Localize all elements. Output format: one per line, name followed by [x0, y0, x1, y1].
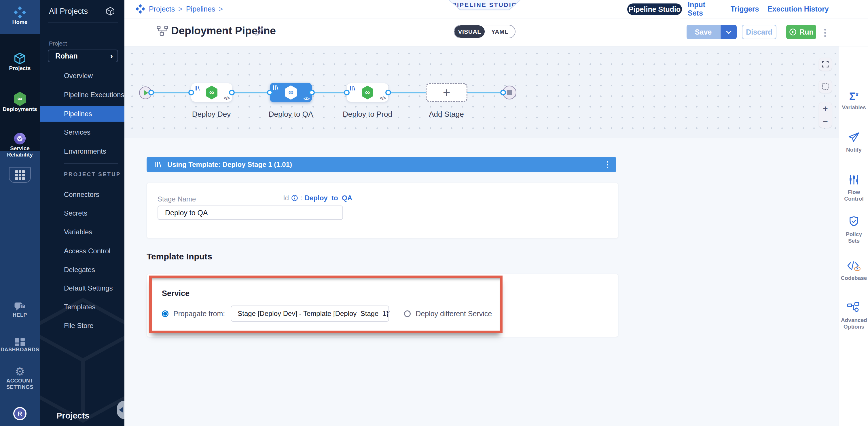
stage-node-deploy-to-prod[interactable]: ∞ </> — [347, 83, 388, 102]
divider — [48, 23, 118, 23]
rail-item-help[interactable]: ? HELP — [0, 302, 40, 318]
play-circle-icon — [789, 28, 797, 36]
tab-input-sets[interactable]: Input Sets — [688, 0, 722, 18]
module-grid-button[interactable] — [9, 167, 31, 183]
code-icon[interactable]: </> — [380, 96, 385, 101]
avatar-initial: R — [18, 410, 22, 417]
all-projects-cube-icon[interactable] — [105, 6, 115, 16]
pipeline-canvas[interactable]: ∞ </> ∞ </> ∞ </> + — [124, 47, 839, 138]
code-icon[interactable]: </> — [304, 96, 309, 102]
edge-connector — [267, 90, 273, 95]
infinity-glyph: ∞ — [17, 94, 22, 102]
template-options-kebab[interactable] — [607, 161, 608, 168]
propagate-from-radio[interactable] — [162, 310, 168, 317]
sidebar-item-environments[interactable]: Environments — [40, 145, 124, 158]
project-selector[interactable]: Rohan › — [48, 50, 118, 62]
propagate-from-label: Propagate from: — [174, 310, 225, 318]
sidebar-item-pipeline-executions[interactable]: Pipeline Executions — [40, 88, 124, 101]
tab-triggers[interactable]: Triggers — [730, 0, 759, 18]
deploy-different-service-radio[interactable] — [404, 310, 411, 317]
sidebar-item-pipelines[interactable]: Pipelines — [40, 106, 124, 122]
code-icon[interactable]: </> — [224, 96, 229, 101]
projects-section-heading[interactable]: Projects — [57, 411, 89, 421]
edit-pencil-icon[interactable] — [255, 27, 265, 36]
add-stage-node[interactable]: + — [426, 83, 467, 102]
save-button[interactable]: Save — [687, 25, 720, 39]
propagate-stage-select[interactable]: Stage [Deploy Dev] - Template [Deploy_St… — [231, 306, 389, 322]
rail-item-projects[interactable]: Projects — [0, 52, 40, 72]
sidebar-item-overview[interactable]: Overview — [40, 69, 124, 82]
discard-button[interactable]: Discard — [742, 25, 776, 39]
harness-logo-icon[interactable] — [135, 4, 146, 14]
info-icon[interactable] — [291, 195, 298, 201]
save-dropdown-button[interactable] — [720, 25, 737, 39]
service-highlight-box: Service Propagate from: Stage [Deploy De… — [149, 276, 502, 333]
rail-item-account-settings[interactable]: ⚙ ACCOUNT SETTINGS — [0, 366, 40, 390]
user-avatar[interactable]: R — [13, 407, 27, 420]
edge-connector — [188, 90, 194, 95]
rail-item-deployments[interactable]: ∞ Deployments — [0, 92, 40, 112]
pipeline-graph-icon — [157, 26, 168, 36]
gear-icon: ⚙ — [0, 366, 40, 377]
run-button[interactable]: Run — [786, 25, 816, 39]
breadcrumb-projects[interactable]: Projects — [149, 5, 175, 13]
tool-codebase[interactable]: Codebase — [839, 260, 868, 281]
tab-execution-history[interactable]: Execution History — [767, 0, 829, 18]
sidebar-item-default-settings[interactable]: Default Settings — [40, 282, 124, 294]
tool-notify[interactable]: Notify — [839, 132, 868, 153]
toggle-yaml[interactable]: YAML — [485, 25, 515, 38]
sidebar-item-connectors[interactable]: Connectors — [40, 188, 124, 201]
deployments-icon: ∞ — [13, 92, 27, 106]
more-options-kebab[interactable] — [824, 29, 826, 37]
policy-shield-icon — [848, 216, 860, 227]
zoom-in-button[interactable]: + — [819, 102, 832, 115]
rail-label-dashboards: DASHBOARDS — [0, 346, 40, 353]
rail-item-home[interactable]: Home — [0, 6, 40, 25]
plus-icon: + — [443, 85, 451, 100]
rail-label-account-settings: ACCOUNT SETTINGS — [4, 377, 36, 390]
tool-flow-control[interactable]: Flow Control — [839, 174, 868, 202]
stage-label-deploy-to-prod[interactable]: Deploy to Prod — [336, 110, 399, 119]
canvas-fullscreen-button[interactable] — [819, 58, 832, 70]
sidebar-item-delegates[interactable]: Delegates — [40, 263, 124, 276]
all-projects-heading[interactable]: All Projects — [49, 7, 88, 16]
stage-id-value[interactable]: Deploy_to_QA — [305, 194, 352, 202]
rail-item-service-reliability[interactable]: Service Reliability — [0, 132, 40, 158]
tool-label: Policy Sets — [844, 231, 863, 244]
rail-item-dashboards[interactable]: DASHBOARDS — [0, 338, 40, 353]
breadcrumb-row: Projects > Pipelines > PIPELINE STUDIO P… — [124, 0, 868, 19]
zoom-out-button[interactable]: − — [819, 115, 832, 128]
tool-label: Codebase — [839, 275, 868, 281]
template-library-icon — [273, 85, 279, 90]
stage-label-deploy-to-qa[interactable]: Deploy to QA — [259, 110, 322, 119]
canvas-select-button[interactable] — [819, 80, 832, 93]
sidebar-item-file-store[interactable]: File Store — [40, 319, 124, 332]
stage-name-input[interactable] — [158, 205, 343, 220]
title-row: Deployment Pipeline VISUAL YAML Save Dis… — [124, 19, 868, 46]
stage-node-deploy-to-qa[interactable]: ∞ </> — [270, 83, 312, 102]
project-name: Rohan — [55, 52, 78, 60]
tool-advanced-options[interactable]: Advanced Options — [839, 302, 868, 330]
toggle-visual[interactable]: VISUAL — [455, 25, 485, 38]
colon: : — [300, 194, 302, 202]
tool-policy-sets[interactable]: Policy Sets — [839, 216, 868, 244]
tab-pipeline-studio[interactable]: Pipeline Studio — [627, 3, 682, 15]
breadcrumb-pipelines[interactable]: Pipelines — [186, 5, 215, 13]
sidebar-item-variables[interactable]: Variables — [40, 226, 124, 238]
edge-connector — [344, 90, 350, 95]
using-template-banner[interactable]: Using Template: Deploy Stage 1 (1.01) — [147, 157, 616, 172]
stage-label-deploy-dev[interactable]: Deploy Dev — [180, 110, 243, 119]
sidebar-item-services[interactable]: Services — [40, 126, 124, 139]
edge-connector — [385, 90, 391, 95]
breadcrumb: Projects > Pipelines > — [135, 0, 223, 18]
advanced-options-icon — [847, 302, 861, 313]
module-rail: Home Projects ∞ Deployments Service — [0, 0, 40, 426]
add-stage-label[interactable]: Add Stage — [415, 110, 478, 119]
tool-variables[interactable]: Σx Variables — [839, 89, 868, 111]
sidebar-item-access-control[interactable]: Access Control — [40, 245, 124, 257]
stage-node-deploy-dev[interactable]: ∞ </> — [191, 83, 232, 102]
sidebar-item-templates[interactable]: Templates — [40, 301, 124, 313]
edge-connector — [229, 90, 235, 95]
sidebar-item-secrets[interactable]: Secrets — [40, 207, 124, 220]
service-reliability-icon — [13, 132, 27, 145]
